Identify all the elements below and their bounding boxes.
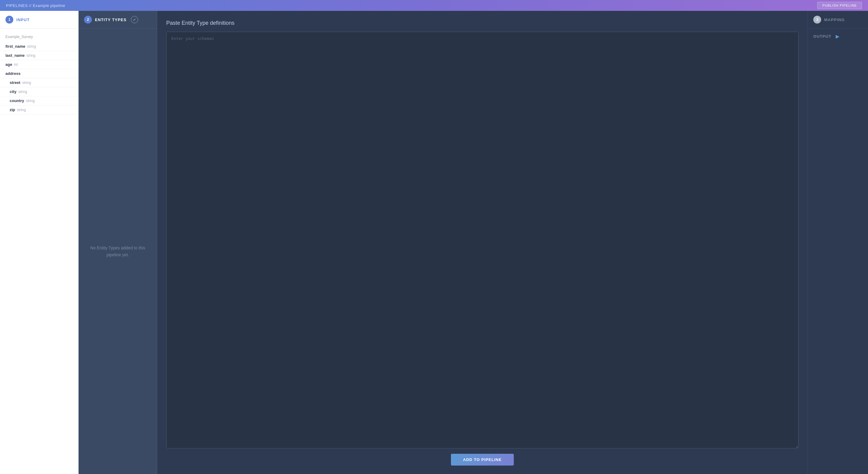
add-btn-row: ADD TO PIPELINE xyxy=(166,448,799,468)
input-step-badge: 1 xyxy=(5,16,13,24)
entity-types-panel: 2 ENTITY TYPES ⤢ No Entity Types added t… xyxy=(79,11,157,474)
mapping-output-header: 3 MAPPING xyxy=(808,11,868,29)
publish-pipeline-button[interactable]: PUBLISH PIPELINE xyxy=(817,2,862,9)
list-item: country string xyxy=(0,96,78,105)
list-item: age int xyxy=(0,60,78,69)
field-name: country xyxy=(10,98,24,103)
input-field-list: Example_Survey first_name string last_na… xyxy=(0,29,78,118)
mapping-output-panel: 3 MAPPING OUTPUT ▶ xyxy=(808,11,868,474)
paste-panel: Paste Entity Type definitions ADD TO PIP… xyxy=(157,11,808,474)
list-item: first_name string xyxy=(0,42,78,51)
pipeline-name: Example pipeline xyxy=(33,3,65,8)
field-type: int xyxy=(14,63,18,67)
list-item: zip string xyxy=(0,105,78,114)
field-name: zip xyxy=(10,107,15,112)
field-type: string xyxy=(17,108,26,112)
output-header: OUTPUT ▶ xyxy=(808,29,868,44)
field-type: string xyxy=(22,80,31,85)
input-panel: 1 INPUT Example_Survey first_name string… xyxy=(0,11,79,474)
list-item: address xyxy=(0,69,78,78)
pipelines-label: PIPELINES xyxy=(6,3,28,8)
field-name: age xyxy=(5,62,12,67)
title-separator: // xyxy=(28,3,33,8)
add-to-pipeline-button[interactable]: ADD TO PIPELINE xyxy=(451,454,514,466)
field-name: first_name xyxy=(5,44,25,48)
field-name: address xyxy=(5,71,21,76)
field-type: string xyxy=(18,90,27,94)
paste-panel-title: Paste Entity Type definitions xyxy=(166,20,799,26)
field-name: street xyxy=(10,80,20,85)
entity-types-empty-state: No Entity Types added to this pipeline y… xyxy=(79,29,157,474)
mapping-label: MAPPING xyxy=(824,18,845,22)
input-panel-header: 1 INPUT xyxy=(0,11,78,29)
field-name: last_name xyxy=(5,53,25,58)
field-name: city xyxy=(10,89,16,94)
list-item: city string xyxy=(0,87,78,96)
schema-textarea[interactable] xyxy=(166,32,799,448)
app-title: PIPELINES // Example pipeline xyxy=(6,3,65,8)
list-item: street string xyxy=(0,78,78,87)
list-item: last_name string xyxy=(0,51,78,60)
survey-name: Example_Survey xyxy=(0,33,78,42)
input-panel-label: INPUT xyxy=(16,18,30,22)
main-layout: 1 INPUT Example_Survey first_name string… xyxy=(0,11,868,474)
entity-types-empty-text: No Entity Types added to this pipeline y… xyxy=(85,244,151,258)
field-type: string xyxy=(26,99,35,103)
mapping-step-badge: 3 xyxy=(813,16,821,24)
entity-types-panel-header: 2 ENTITY TYPES ⤢ xyxy=(79,11,157,29)
field-type: string xyxy=(27,54,35,58)
expand-icon[interactable]: ⤢ xyxy=(131,16,138,23)
field-type: string xyxy=(27,44,36,48)
entity-types-panel-label: ENTITY TYPES xyxy=(95,18,127,22)
output-arrow-icon: ▶ xyxy=(836,34,839,39)
output-label: OUTPUT xyxy=(813,34,831,39)
entity-types-step-badge: 2 xyxy=(84,16,92,24)
top-bar: PIPELINES // Example pipeline PUBLISH PI… xyxy=(0,0,868,11)
